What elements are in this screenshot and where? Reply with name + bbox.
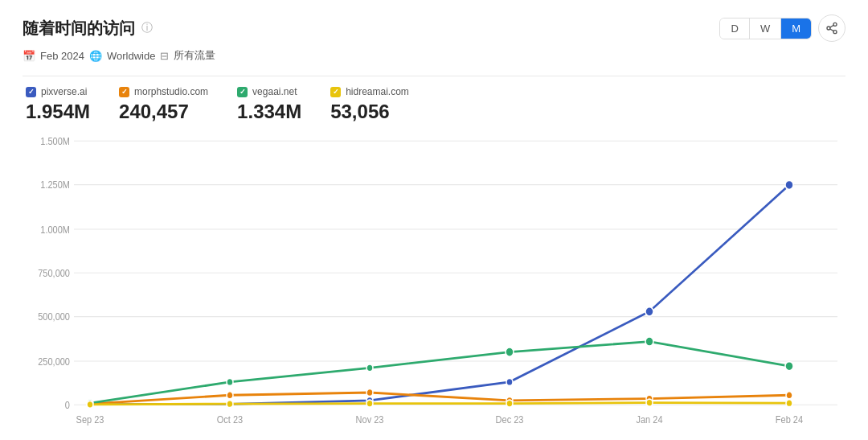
svg-point-32 — [227, 392, 233, 399]
page-title: 随着时间的访问 — [23, 18, 135, 39]
svg-point-39 — [366, 364, 373, 372]
legend-value: 240,457 — [119, 101, 208, 124]
svg-text:Sep 23: Sep 23 — [76, 413, 104, 425]
svg-text:Feb 24: Feb 24 — [776, 413, 804, 425]
period-btn-m[interactable]: M — [781, 19, 811, 39]
svg-line-3 — [830, 29, 834, 31]
title-area: 随着时间的访问 ⓘ — [23, 18, 153, 39]
svg-text:Nov 23: Nov 23 — [356, 413, 384, 425]
date-label[interactable]: Feb 2024 — [40, 50, 84, 62]
svg-text:1.500M: 1.500M — [40, 135, 70, 146]
period-btn-group: D W M — [719, 18, 812, 39]
legend-site-name: pixverse.ai — [41, 86, 87, 97]
legend-site-name: hidreamai.com — [346, 86, 409, 97]
legend-item-1[interactable]: ✓morphstudio.com240,457 — [119, 86, 208, 124]
svg-point-48 — [786, 399, 792, 406]
legend-value: 1.954M — [26, 101, 90, 124]
svg-text:750,000: 750,000 — [38, 267, 70, 278]
svg-point-38 — [227, 378, 233, 385]
svg-point-33 — [366, 389, 373, 396]
legend-value: 53,056 — [330, 101, 409, 124]
svg-point-42 — [785, 361, 793, 370]
controls-right: D W M — [719, 14, 845, 42]
legends-container: ✓pixverse.ai1.954M✓morphstudio.com240,45… — [23, 86, 845, 124]
filter-icon: ⊟ — [160, 50, 169, 62]
calendar-icon: 📅 — [23, 50, 35, 62]
svg-text:500,000: 500,000 — [38, 310, 70, 322]
location-label[interactable]: Worldwide — [107, 50, 155, 62]
svg-point-30 — [785, 180, 793, 189]
svg-point-44 — [227, 400, 233, 407]
header-row: 随着时间的访问 ⓘ D W M — [23, 14, 845, 42]
svg-line-4 — [830, 25, 834, 27]
svg-point-36 — [786, 392, 792, 399]
chart-area: 1.500M 1.250M 1.000M 750,000 500,000 250… — [26, 132, 845, 432]
period-btn-w[interactable]: W — [750, 19, 781, 39]
chart-svg: 1.500M 1.250M 1.000M 750,000 500,000 250… — [26, 132, 845, 432]
legend-checkbox: ✓ — [330, 87, 341, 97]
svg-point-29 — [645, 306, 653, 315]
legend-item-3[interactable]: ✓hidreamai.com53,056 — [330, 86, 409, 124]
legend-site-name: morphstudio.com — [134, 86, 208, 97]
main-container: 随着时间的访问 ⓘ D W M 📅 Feb 2024 🌐 Worldwide ⊟… — [0, 0, 868, 440]
svg-text:0: 0 — [65, 399, 71, 410]
svg-point-41 — [645, 337, 653, 346]
share-button[interactable] — [818, 14, 845, 42]
svg-point-43 — [87, 401, 93, 408]
svg-point-47 — [646, 399, 653, 406]
legend-checkbox: ✓ — [26, 87, 36, 97]
period-btn-d[interactable]: D — [720, 19, 749, 39]
svg-point-28 — [506, 378, 513, 385]
svg-text:Dec 23: Dec 23 — [496, 413, 524, 425]
info-icon[interactable]: ⓘ — [141, 21, 153, 35]
sub-header: 📅 Feb 2024 🌐 Worldwide ⊟ 所有流量 — [23, 48, 845, 63]
svg-text:Oct 23: Oct 23 — [217, 413, 244, 425]
divider — [23, 76, 845, 76]
legend-item-2[interactable]: ✓vegaai.net1.334M — [237, 86, 301, 124]
svg-text:250,000: 250,000 — [38, 356, 70, 367]
legend-value: 1.334M — [237, 101, 301, 124]
globe-icon: 🌐 — [89, 50, 102, 62]
legend-site-name: vegaai.net — [252, 86, 297, 97]
svg-text:1.000M: 1.000M — [40, 224, 70, 235]
svg-point-45 — [366, 400, 373, 407]
legend-item-0[interactable]: ✓pixverse.ai1.954M — [26, 86, 90, 124]
svg-point-46 — [506, 400, 513, 407]
legend-checkbox: ✓ — [237, 87, 248, 97]
svg-text:1.250M: 1.250M — [40, 179, 70, 190]
traffic-label[interactable]: 所有流量 — [174, 48, 215, 63]
svg-text:Jan 24: Jan 24 — [636, 413, 662, 425]
svg-point-40 — [506, 347, 514, 356]
legend-checkbox: ✓ — [119, 87, 129, 97]
